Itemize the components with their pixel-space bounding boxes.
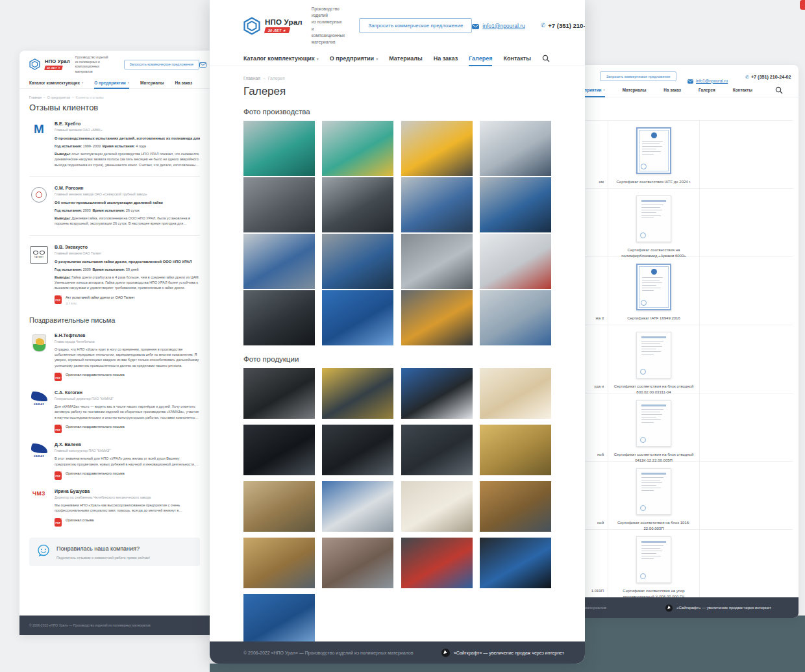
cta-title: Понравилась наша компания?: [56, 545, 150, 552]
certificate-thumbnail[interactable]: [636, 195, 671, 242]
photo-cardboard-boxes[interactable]: [322, 538, 393, 588]
photo-operator-3[interactable]: [322, 234, 393, 289]
nav-item-custom[interactable]: На заказ: [175, 78, 193, 88]
meta-value: 2003: [83, 208, 93, 212]
pdf-attachment[interactable]: PDFОригинал поздравительного письма: [55, 373, 200, 381]
photo-red-parts-crates[interactable]: [401, 538, 473, 588]
photo-workshop[interactable]: [401, 290, 473, 345]
photo-robot-arm[interactable]: [401, 121, 473, 176]
photo-workers[interactable]: [243, 234, 315, 289]
request-quote-button[interactable]: Запросить коммерческое предложение: [600, 71, 676, 81]
photo-lathe[interactable]: [243, 290, 315, 345]
certificate-text-line: [641, 210, 662, 211]
photo-shelf-parts[interactable]: [243, 481, 315, 532]
certificate-text-line: [642, 146, 662, 147]
pdf-attachment[interactable]: PDFОригинал поздравительного письма: [55, 425, 200, 433]
nav-item-materials[interactable]: Материалы: [389, 51, 422, 66]
certificate-text-line: [642, 290, 654, 292]
photo-blue-mold-plate[interactable]: [322, 290, 393, 345]
nav-item-materials[interactable]: Материалы: [623, 83, 647, 97]
nav-item-about[interactable]: О предприятии▾: [94, 78, 129, 88]
letter-item: КАМАЗД.Х. ВалеевГлавный конструктор ПАО …: [19, 442, 210, 480]
photo-blue-coils[interactable]: [243, 594, 315, 645]
review-heading: О результатах испытания гайки дрели, пре…: [55, 260, 200, 264]
photo-blue-ring[interactable]: [480, 538, 551, 588]
pdf-attachment[interactable]: PDFОригинал отзыва: [55, 518, 200, 527]
nav-item-catalog[interactable]: Каталог комплектующих▾: [243, 51, 319, 66]
photo-granules[interactable]: [243, 368, 315, 419]
nav-item-label: О предприятии: [94, 81, 126, 85]
photo-molded-parts[interactable]: [243, 425, 315, 475]
nav-item-gallery[interactable]: Галерея: [469, 51, 492, 66]
certificate-thumbnail[interactable]: [636, 468, 671, 515]
photo-operator-4[interactable]: [480, 290, 551, 345]
photo-cnc-screen[interactable]: [322, 177, 393, 232]
cta-subtitle: Поделитесь отзывом о совместной работе п…: [56, 556, 150, 560]
sitecraft-credit-link[interactable]: «Сайткрафт» — увеличение продаж через ин…: [665, 604, 771, 612]
request-quote-button[interactable]: Запросить коммерческое предложение: [359, 18, 472, 33]
nav-item-label: О предприятии: [330, 55, 374, 62]
pdf-attachment[interactable]: PDFОригинал поздравительного письма: [55, 471, 200, 480]
email-link[interactable]: info1@npoural.ru: [482, 23, 525, 29]
company-logo[interactable]: НПО Урал 30 ЛЕТ ★: [29, 58, 70, 70]
nav-item-catalog[interactable]: Каталог комплектующих▾: [29, 78, 83, 88]
photo-crates-stack[interactable]: [401, 425, 473, 475]
hexagon-logo-icon: [243, 17, 260, 35]
nav-item-custom[interactable]: На заказ: [663, 83, 681, 97]
photo-boxes-shelf[interactable]: [322, 481, 393, 532]
email-icon[interactable]: [199, 58, 206, 70]
breadcrumb-item[interactable]: Главная: [243, 76, 260, 81]
photo-white-parts[interactable]: [401, 481, 473, 532]
site-header: НПО Урал 30 ЛЕТ ★ Производство изделий и…: [210, 0, 585, 49]
search-icon[interactable]: [775, 86, 783, 94]
photo-crate-rings-yellow[interactable]: [322, 368, 393, 419]
meta-value: 59 дней: [126, 268, 140, 271]
photo-coils[interactable]: [480, 425, 551, 475]
breadcrumb-item: Клиенты и отзывы: [76, 95, 104, 99]
company-logo[interactable]: НПО Урал 30 ЛЕТ ★: [243, 17, 303, 35]
nav-item-contacts[interactable]: Контакты: [733, 83, 752, 97]
credit-text: «Сайткрафт» — увеличение продаж через ин…: [676, 606, 771, 610]
header-phone: ✆ +7 (351) 210-24-02: [745, 74, 791, 80]
certificate-cell: Сертификат соответствия IATF до 2024 г.: [608, 121, 700, 188]
pdf-attachment[interactable]: PDFАкт испытаний гайки дрели от ОАО Тагм…: [55, 295, 200, 305]
certificate-header-line: [641, 404, 666, 406]
person-name: С.А. Когогин: [55, 390, 200, 395]
phone-link[interactable]: +7 (351) 210-24-02: [751, 74, 791, 80]
certificate-thumbnail[interactable]: [636, 400, 671, 447]
photo-crate-rings-blue[interactable]: [401, 368, 473, 419]
photo-control-panel[interactable]: [243, 177, 315, 232]
photo-molding-machine-1[interactable]: [243, 121, 315, 176]
photo-warehouse[interactable]: [480, 481, 551, 532]
nav-item-materials[interactable]: Материалы: [140, 78, 164, 88]
email-link[interactable]: info1@npoural.ru: [696, 79, 728, 83]
photo-milling-table[interactable]: [401, 234, 473, 289]
conclusion-text: Дрелевая гайка, изготовленная на ООО НПО…: [55, 216, 190, 227]
breadcrumb-item[interactable]: О предприятии: [47, 95, 70, 99]
photo-operator-1[interactable]: [401, 177, 473, 232]
nav-item-about[interactable]: О предприятии▾: [330, 51, 378, 66]
request-quote-button[interactable]: Запросить коммерческое предложение: [124, 60, 199, 69]
photo-parts-pile[interactable]: [322, 425, 393, 475]
phone-link[interactable]: +7 (351) 210-24-02: [548, 22, 585, 29]
breadcrumb-item[interactable]: Главная: [29, 95, 42, 99]
photo-grinding-machine[interactable]: [480, 234, 551, 289]
photo-operator-2[interactable]: [480, 177, 551, 232]
photo-labeled-boxes[interactable]: [243, 538, 315, 588]
photo-plastic-discs[interactable]: [480, 368, 551, 419]
search-icon[interactable]: [542, 55, 550, 62]
sitecraft-credit-link[interactable]: «Сайткрафт» — увеличение продаж через ин…: [441, 649, 564, 657]
nav-item-gallery[interactable]: Галерея: [699, 83, 715, 97]
certificate-thumbnail[interactable]: [636, 264, 671, 310]
photo-molding-machine-2[interactable]: [322, 121, 393, 176]
slate-background-corner: [571, 616, 805, 672]
certificate-thumbnail[interactable]: [636, 536, 671, 583]
certificate-text-line: [641, 556, 661, 557]
certificate-thumbnail[interactable]: [636, 127, 671, 174]
nav-item-custom[interactable]: На заказ: [434, 51, 458, 66]
photo-cnc-machine[interactable]: [480, 121, 551, 176]
certificate-thumbnail[interactable]: [636, 332, 671, 379]
nav-item-contacts[interactable]: Контакты: [503, 51, 530, 66]
leave-review-cta[interactable]: Понравилась наша компания? Поделитесь от…: [29, 538, 200, 566]
certificate-stamp: [641, 300, 647, 306]
